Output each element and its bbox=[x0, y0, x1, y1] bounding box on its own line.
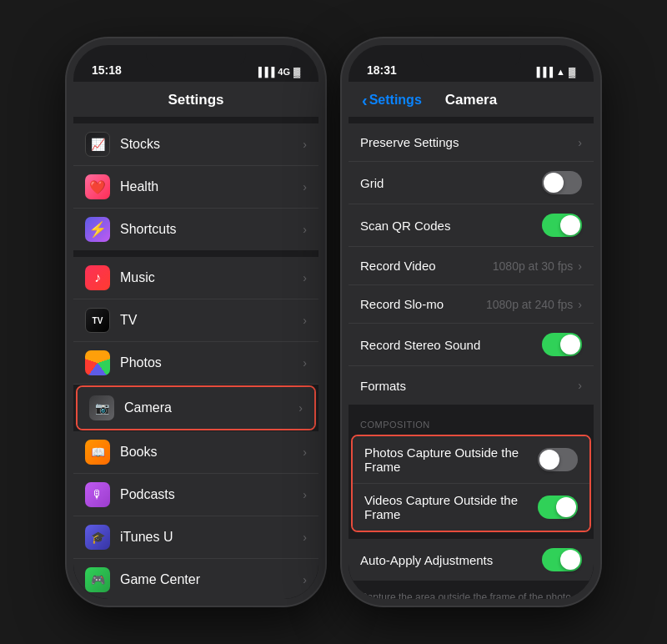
music-label: Music bbox=[120, 270, 303, 285]
time-left: 15:18 bbox=[92, 63, 122, 77]
stocks-icon: 📈 bbox=[85, 132, 110, 157]
grid-toggle[interactable] bbox=[542, 171, 582, 194]
settings-item-health[interactable]: ❤️ Health › bbox=[73, 166, 318, 209]
settings-item-gamecenter[interactable]: 🎮 Game Center › bbox=[73, 559, 318, 599]
signal-icon: ▐▐▐ bbox=[255, 67, 274, 77]
toggle-thumb bbox=[560, 335, 580, 355]
camera-icon: 📷 bbox=[89, 395, 114, 420]
left-nav-title: Settings bbox=[168, 92, 223, 108]
settings-item-books[interactable]: 📖 Books › bbox=[73, 431, 318, 474]
preserve-label: Preserve Settings bbox=[360, 135, 578, 149]
auto-apply-toggle[interactable] bbox=[542, 548, 582, 571]
composition-description: Capture the area outside the frame of th… bbox=[349, 582, 594, 599]
chevron-icon: › bbox=[578, 259, 582, 273]
qr-toggle[interactable] bbox=[542, 214, 582, 237]
record-video-value: 1080p at 30 fps bbox=[493, 259, 574, 273]
settings-item-podcasts[interactable]: 🎙 Podcasts › bbox=[73, 474, 318, 516]
chevron-icon: › bbox=[303, 573, 307, 586]
auto-apply-row[interactable]: Auto-Apply Adjustments bbox=[349, 539, 594, 581]
chevron-icon: › bbox=[303, 445, 307, 459]
books-icon: 📖 bbox=[85, 440, 110, 465]
stocks-label: Stocks bbox=[120, 137, 303, 152]
photos-frame-label: Photos Capture Outside the Frame bbox=[364, 445, 538, 474]
auto-apply-label: Auto-Apply Adjustments bbox=[360, 553, 542, 567]
back-label: Settings bbox=[369, 93, 422, 108]
wifi-icon: ▲ bbox=[556, 67, 565, 77]
stereo-toggle[interactable] bbox=[542, 333, 582, 356]
left-scroll[interactable]: 📈 Stocks › ❤️ Health › ⚡ Shortcuts › ♪ M… bbox=[73, 117, 318, 599]
toggle-thumb bbox=[560, 215, 580, 235]
back-button[interactable]: ‹ Settings bbox=[362, 91, 422, 110]
itunes-icon: 🎓 bbox=[85, 525, 110, 550]
record-slomo-row[interactable]: Record Slo-mo 1080p at 240 fps › bbox=[349, 285, 594, 324]
chevron-icon: › bbox=[303, 356, 307, 370]
preserve-row[interactable]: Preserve Settings › bbox=[349, 123, 594, 162]
composition-section: COMPOSITION Photos Capture Outside the F… bbox=[349, 406, 594, 532]
qr-label: Scan QR Codes bbox=[360, 219, 542, 233]
toggle-thumb bbox=[556, 497, 576, 517]
chevron-icon: › bbox=[303, 531, 307, 544]
status-icons-right: ▐▐▐ ▲ ▓ bbox=[534, 67, 575, 77]
right-phone: 18:31 ▐▐▐ ▲ ▓ ‹ Settings Camera Preserve… bbox=[342, 38, 600, 606]
settings-item-stocks[interactable]: 📈 Stocks › bbox=[73, 123, 318, 166]
tv-label: TV bbox=[120, 313, 303, 328]
grid-label: Grid bbox=[360, 176, 542, 190]
notch-right bbox=[421, 45, 521, 68]
videos-frame-toggle[interactable] bbox=[538, 496, 578, 519]
toggle-thumb bbox=[539, 450, 559, 470]
music-icon: ♪ bbox=[85, 265, 110, 290]
battery-icon: ▓ bbox=[293, 67, 300, 77]
battery-icon-right: ▓ bbox=[569, 67, 575, 77]
stereo-row[interactable]: Record Stereo Sound bbox=[349, 324, 594, 366]
back-chevron-icon: ‹ bbox=[362, 91, 368, 110]
toggle-thumb bbox=[544, 173, 564, 193]
chevron-icon: › bbox=[298, 401, 303, 415]
photos-frame-toggle[interactable] bbox=[538, 448, 578, 471]
videos-frame-label: Videos Capture Outside the Frame bbox=[364, 493, 538, 521]
record-slomo-label: Record Slo-mo bbox=[360, 297, 486, 311]
settings-item-camera[interactable]: 📷 Camera › bbox=[78, 387, 314, 429]
chevron-icon: › bbox=[303, 488, 307, 501]
signal-icon-right: ▐▐▐ bbox=[534, 67, 553, 77]
photos-label: Photos bbox=[120, 355, 303, 370]
formats-row[interactable]: Formats › bbox=[349, 366, 594, 405]
photos-frame-row[interactable]: Photos Capture Outside the Frame bbox=[353, 436, 589, 484]
settings-item-shortcuts[interactable]: ⚡ Shortcuts › bbox=[73, 209, 318, 250]
gamecenter-icon: 🎮 bbox=[85, 567, 110, 592]
chevron-icon: › bbox=[303, 180, 307, 194]
shortcuts-label: Shortcuts bbox=[120, 222, 303, 237]
record-slomo-value: 1080p at 240 fps bbox=[486, 298, 573, 311]
right-nav-title: Camera bbox=[445, 92, 497, 108]
itunes-label: iTunes U bbox=[120, 530, 303, 545]
carrier-label: 4G bbox=[278, 67, 290, 77]
podcasts-icon: 🎙 bbox=[85, 482, 110, 507]
camera-label: Camera bbox=[124, 400, 298, 415]
chevron-icon: › bbox=[578, 136, 582, 149]
status-icons-left: ▐▐▐ 4G ▓ bbox=[255, 67, 300, 77]
settings-item-itunes[interactable]: 🎓 iTunes U › bbox=[73, 516, 318, 559]
settings-item-music[interactable]: ♪ Music › bbox=[73, 257, 318, 299]
group-utility: 📈 Stocks › ❤️ Health › ⚡ Shortcuts › bbox=[73, 123, 318, 250]
grid-row[interactable]: Grid bbox=[349, 162, 594, 204]
camera-main-group: Preserve Settings › Grid Scan QR Codes R… bbox=[349, 123, 594, 405]
composition-highlight-box: Photos Capture Outside the Frame Videos … bbox=[351, 435, 591, 532]
right-scroll[interactable]: Preserve Settings › Grid Scan QR Codes R… bbox=[349, 117, 594, 599]
videos-frame-row[interactable]: Videos Capture Outside the Frame bbox=[353, 484, 589, 531]
gamecenter-label: Game Center bbox=[120, 572, 303, 587]
health-icon: ❤️ bbox=[85, 174, 110, 199]
camera-highlight-box: 📷 Camera › bbox=[76, 385, 316, 430]
record-video-label: Record Video bbox=[360, 259, 493, 273]
qr-row[interactable]: Scan QR Codes bbox=[349, 204, 594, 247]
settings-item-photos[interactable]: Photos › bbox=[73, 342, 318, 385]
settings-item-tv[interactable]: TV TV › bbox=[73, 299, 318, 342]
podcasts-label: Podcasts bbox=[120, 487, 303, 502]
record-video-row[interactable]: Record Video 1080p at 30 fps › bbox=[349, 247, 594, 285]
stereo-label: Record Stereo Sound bbox=[360, 338, 542, 352]
toggle-thumb bbox=[560, 550, 580, 570]
chevron-icon: › bbox=[303, 314, 307, 327]
chevron-icon: › bbox=[303, 138, 307, 151]
health-label: Health bbox=[120, 179, 303, 194]
shortcuts-icon: ⚡ bbox=[85, 217, 110, 242]
right-nav-bar: ‹ Settings Camera bbox=[349, 82, 594, 117]
books-label: Books bbox=[120, 445, 303, 460]
